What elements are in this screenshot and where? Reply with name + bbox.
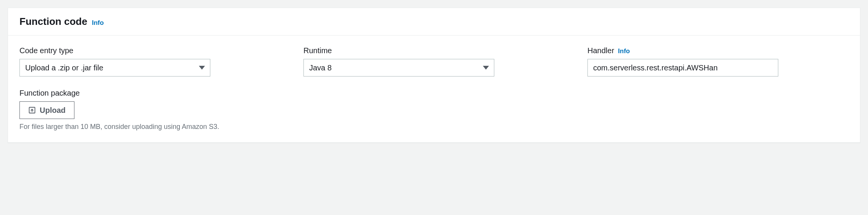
panel-title: Function code [19, 16, 87, 28]
upload-button-label: Upload [40, 106, 66, 115]
runtime-field: Runtime Java 8 [303, 46, 565, 77]
runtime-label: Runtime [303, 46, 565, 55]
handler-info-link[interactable]: Info [618, 47, 630, 55]
handler-label-row: Handler Info [587, 46, 849, 55]
code-entry-type-select[interactable]: Upload a .zip or .jar file [19, 59, 210, 77]
function-code-panel: Function code Info Code entry type Uploa… [8, 8, 860, 143]
header-info-link[interactable]: Info [92, 19, 104, 27]
fields-row: Code entry type Upload a .zip or .jar fi… [19, 46, 849, 77]
function-package-section: Function package Upload For files larger… [19, 89, 849, 131]
upload-button[interactable]: Upload [19, 101, 74, 119]
panel-header: Function code Info [8, 8, 860, 36]
function-package-label: Function package [19, 89, 849, 98]
runtime-value: Java 8 [303, 59, 494, 77]
handler-input[interactable] [587, 59, 778, 77]
upload-icon [28, 106, 36, 114]
code-entry-type-field: Code entry type Upload a .zip or .jar fi… [19, 46, 281, 77]
upload-hint: For files larger than 10 MB, consider up… [19, 123, 849, 131]
runtime-select[interactable]: Java 8 [303, 59, 494, 77]
panel-body: Code entry type Upload a .zip or .jar fi… [8, 36, 860, 142]
code-entry-type-label: Code entry type [19, 46, 281, 55]
handler-field: Handler Info [587, 46, 849, 77]
code-entry-type-value: Upload a .zip or .jar file [19, 59, 210, 77]
handler-label: Handler [587, 46, 614, 55]
